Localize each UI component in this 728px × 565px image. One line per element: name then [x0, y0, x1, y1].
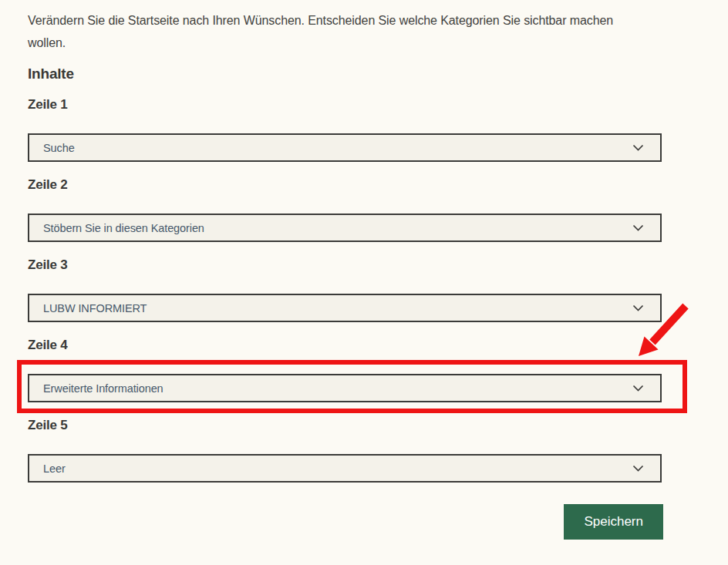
button-row: Speichern — [28, 504, 663, 540]
chevron-down-icon — [632, 144, 644, 151]
zeile-5-select[interactable]: Leer — [28, 454, 662, 483]
chevron-down-icon — [632, 304, 644, 311]
save-button[interactable]: Speichern — [564, 504, 663, 540]
zeile-2-selected-value: Stöbern Sie in diesen Kategorien — [43, 222, 204, 234]
zeile-3-selected-value: LUBW INFORMIERT — [43, 302, 147, 314]
row-label-zeile-2: Zeile 2 — [28, 177, 728, 192]
intro-line-2: wollen. — [28, 32, 728, 54]
intro-line-1: Verändern Sie die Startseite nach Ihren … — [28, 9, 728, 32]
section-title: Inhalte — [28, 66, 728, 82]
intro-text: Verändern Sie die Startseite nach Ihren … — [28, 9, 728, 54]
zeile-4-selected-value: Erweiterte Informationen — [43, 382, 163, 395]
zeile-4-select[interactable]: Erweiterte Informationen — [28, 374, 662, 402]
highlighted-row-wrapper: Erweiterte Informationen — [28, 374, 728, 402]
zeile-3-select[interactable]: LUBW INFORMIERT — [28, 294, 662, 322]
chevron-down-icon — [632, 385, 644, 392]
zeile-2-select[interactable]: Stöbern Sie in diesen Kategorien — [28, 214, 662, 242]
zeile-5-selected-value: Leer — [43, 462, 66, 475]
row-label-zeile-3: Zeile 3 — [28, 257, 728, 272]
row-label-zeile-4: Zeile 4 — [28, 338, 728, 352]
zeile-1-select[interactable]: Suche — [28, 133, 662, 162]
chevron-down-icon — [632, 224, 644, 231]
chevron-down-icon — [632, 465, 644, 472]
settings-panel: Verändern Sie die Startseite nach Ihren … — [0, 0, 728, 540]
row-label-zeile-1: Zeile 1 — [28, 97, 728, 112]
row-label-zeile-5: Zeile 5 — [28, 418, 728, 432]
zeile-1-selected-value: Suche — [43, 142, 75, 154]
